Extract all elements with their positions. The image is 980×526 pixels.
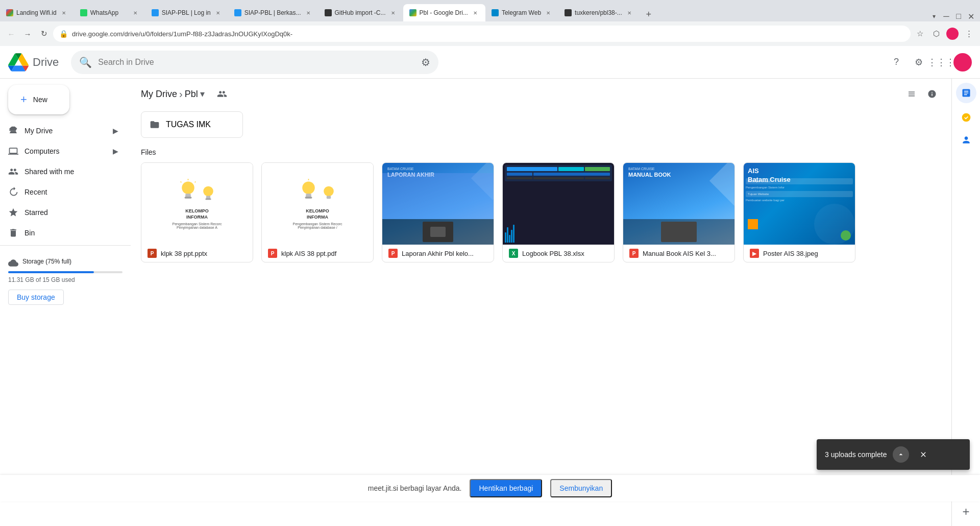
file-info-pdf1: P klpk AIS 38 ppt.pdf <box>262 245 373 262</box>
tab-siap-berkas[interactable]: SIAP-PBL | Berkas... ✕ <box>228 4 318 21</box>
right-panel-add-btn[interactable]: + <box>956 501 976 522</box>
info-button[interactable] <box>923 85 941 103</box>
forward-button[interactable]: → <box>20 27 35 41</box>
search-input[interactable] <box>98 58 415 67</box>
shared-icon <box>8 166 18 177</box>
file-card-xlsx[interactable]: X Logbook PBL 38.xlsx <box>502 162 615 262</box>
tab-close-telegram[interactable]: ✕ <box>544 9 552 17</box>
tab-list-button[interactable]: ▾ <box>929 11 939 21</box>
lightbulb-icon-3 <box>300 178 317 206</box>
user-avatar[interactable] <box>953 53 972 71</box>
file-info-pptx1: P klpk 38 ppt.pptx <box>141 245 253 262</box>
my-drive-expand[interactable]: ▶ <box>113 127 118 135</box>
file-name-poster: Poster AIS 38.jpeg <box>763 250 849 257</box>
right-panel-sheets-btn[interactable] <box>956 83 976 103</box>
tab-title-drive: Pbl - Google Dri... <box>420 9 468 16</box>
tab-title-landing: Landing Wifi.id <box>16 9 57 16</box>
tab-tuxkeren[interactable]: tuxkeren/pbl38-... ✕ <box>558 4 640 21</box>
new-tab-button[interactable]: + <box>642 7 656 21</box>
svg-rect-2 <box>184 197 191 199</box>
profile-button[interactable] <box>945 27 960 41</box>
tab-title-github: GitHub import -C... <box>335 9 386 16</box>
file-card-poster[interactable]: AIS Batam Cruise <box>743 162 855 262</box>
breadcrumb-dropdown-icon[interactable]: ▾ <box>200 88 205 100</box>
tab-close-github[interactable]: ✕ <box>389 9 397 17</box>
file-card-pptx1[interactable]: KELOMPOINFORMA Pengembangan Sistem Recor… <box>141 162 253 262</box>
hide-sharing-button[interactable]: Sembunyikan <box>550 479 612 497</box>
sidebar-item-computers[interactable]: Computers ▶ <box>0 141 127 161</box>
sidebar-separator <box>0 245 131 246</box>
lightbulb-icon-1 <box>179 178 197 206</box>
right-panel-tasks-btn[interactable] <box>956 107 976 128</box>
tab-close-siap-login[interactable]: ✕ <box>214 9 222 17</box>
tab-telegram[interactable]: Telegram Web ✕ <box>485 4 558 21</box>
tab-close-tuxkeren[interactable]: ✕ <box>625 9 633 17</box>
tab-close-landing[interactable]: ✕ <box>60 9 68 17</box>
stop-sharing-button[interactable]: Hentikan berbagi <box>470 479 542 497</box>
breadcrumb-current-text: Pbl <box>185 89 198 100</box>
extensions-button[interactable]: ⋮ <box>962 27 976 41</box>
file-card-manual[interactable]: BATAM CRUISE MANUAL BOOK P <box>623 162 735 262</box>
folder-grid: TUGAS IMK <box>141 111 941 138</box>
browser-chrome: Landing Wifi.id ✕ WhatsApp ✕ SIAP-PBL | … <box>0 0 980 46</box>
tab-close-whatsapp[interactable]: ✕ <box>131 9 139 17</box>
settings-button[interactable]: ⚙ <box>909 52 929 73</box>
help-button[interactable]: ? <box>886 52 906 73</box>
bookmark-button[interactable]: ☆ <box>913 27 927 41</box>
breadcrumb-root[interactable]: My Drive <box>141 89 177 100</box>
file-card-pdf1[interactable]: KELOMPOINFORMA Pengembangan Sistem Recor… <box>261 162 374 262</box>
close-window-button[interactable]: ✕ <box>966 11 976 21</box>
tab-title-tuxkeren: tuxkeren/pbl38-... <box>575 9 622 16</box>
tab-drive[interactable]: Pbl - Google Dri... ✕ <box>403 4 485 21</box>
tab-favicon-whatsapp <box>80 9 87 16</box>
sidebar-item-starred[interactable]: Starred <box>0 202 127 223</box>
tab-favicon-drive <box>409 9 416 16</box>
tab-whatsapp[interactable]: WhatsApp ✕ <box>74 4 145 21</box>
screen-cast-button[interactable]: ⬡ <box>929 27 943 41</box>
right-panel-contacts-btn[interactable] <box>956 130 976 150</box>
maximize-button[interactable]: □ <box>953 11 964 21</box>
tab-siap-login[interactable]: SIAP-PBL | Log in ✕ <box>145 4 228 21</box>
tab-close-drive[interactable]: ✕ <box>471 9 479 17</box>
my-drive-icon <box>8 126 18 136</box>
tab-github-import[interactable]: GitHub import -C... ✕ <box>318 4 403 21</box>
folder-card-tugas-imk[interactable]: TUGAS IMK <box>141 111 243 138</box>
minimize-button[interactable]: ─ <box>941 11 951 21</box>
toast-message: 3 uploads complete <box>825 450 887 459</box>
search-box[interactable]: 🔍 ⚙ <box>71 51 438 74</box>
list-view-button[interactable] <box>902 85 921 103</box>
tab-landing[interactable]: Landing Wifi.id ✕ <box>0 4 74 21</box>
new-button[interactable]: + New <box>8 85 69 114</box>
sidebar-item-bin[interactable]: Bin <box>0 223 127 243</box>
back-button[interactable]: ← <box>4 27 18 41</box>
refresh-button[interactable]: ↻ <box>37 27 51 41</box>
folder-section: TUGAS IMK <box>131 109 951 138</box>
tab-close-siap-berkas[interactable]: ✕ <box>304 9 312 17</box>
file-card-laporan[interactable]: BATAM CRUISE LAPORAN AKHIR <box>382 162 494 262</box>
storage-bar-bg <box>8 271 122 273</box>
breadcrumb-current[interactable]: Pbl ▾ <box>185 88 205 100</box>
buy-storage-button[interactable]: Buy storage <box>8 290 64 305</box>
file-thumb-laporan: BATAM CRUISE LAPORAN AKHIR <box>382 163 494 245</box>
address-bar[interactable]: 🔒 drive.google.com/drive/u/0/folders/1um… <box>53 26 911 42</box>
file-name-pdf1: klpk AIS 38 ppt.pdf <box>281 250 367 257</box>
starred-label: Starred <box>24 208 48 217</box>
starred-icon <box>8 207 18 218</box>
logo-text: Drive <box>33 56 59 69</box>
file-info-poster: ▶ Poster AIS 38.jpeg <box>744 245 855 262</box>
toast-close-button[interactable] <box>915 446 932 463</box>
share-people-button[interactable] <box>213 85 231 103</box>
sidebar-item-shared[interactable]: Shared with me <box>0 161 127 182</box>
sidebar-item-my-drive[interactable]: My Drive ▶ <box>0 121 127 141</box>
svg-point-6 <box>203 186 213 197</box>
tune-icon[interactable]: ⚙ <box>421 56 430 68</box>
computers-expand[interactable]: ▶ <box>113 147 118 155</box>
new-label: New <box>33 95 47 104</box>
svg-point-9 <box>302 181 315 194</box>
sidebar-item-recent[interactable]: Recent <box>0 182 127 202</box>
profile-avatar-small <box>946 28 959 40</box>
apps-button[interactable]: ⋮⋮⋮ <box>931 52 951 73</box>
file-type-icon-poster: ▶ <box>750 249 759 258</box>
toast-expand-button[interactable] <box>893 446 909 463</box>
tab-favicon-siap-login <box>152 9 159 16</box>
